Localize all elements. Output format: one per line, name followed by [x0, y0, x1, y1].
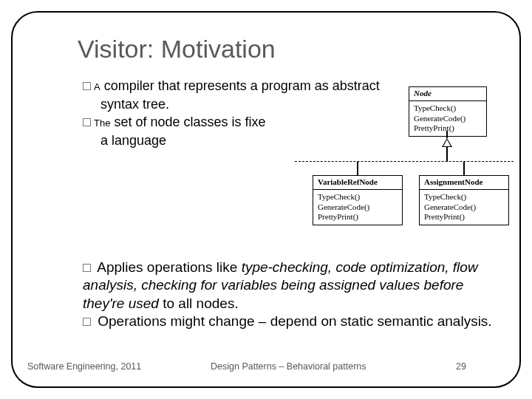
lower-bullets: Applies operations like type-checking, c… — [83, 259, 497, 330]
uml-class-ops: TypeCheck() GenerateCode() PrettyPrint() — [409, 101, 486, 136]
uml-class-ops: TypeCheck() GenerateCode() PrettyPrint() — [420, 190, 508, 225]
bullet-square-icon — [83, 318, 91, 326]
bullet-square-icon — [83, 264, 91, 272]
bullet-square-icon — [83, 82, 91, 90]
bullet-3-tail: to all nodes. — [159, 296, 239, 311]
bullet-4: Operations might change – depend on stat… — [83, 313, 497, 330]
bullet-3: Applies operations like type-checking, c… — [83, 259, 497, 313]
uml-op: GenerateCode() — [424, 202, 504, 213]
uml-op: GenerateCode() — [318, 202, 398, 213]
bullet-4-text: Operations might change – depend on stat… — [94, 313, 492, 329]
uml-class-name: AssignmentNode — [420, 176, 508, 190]
slide-title: Visitor: Motivation — [78, 35, 276, 64]
bullet-3-lead: Applies operations like — [94, 259, 242, 275]
slide-frame: Visitor: Motivation A compiler that repr… — [11, 11, 521, 388]
uml-class-ops: TypeCheck() GenerateCode() PrettyPrint() — [313, 190, 402, 225]
bullet-square-icon — [83, 118, 91, 126]
uml-class-name: VariableRefNode — [313, 176, 402, 190]
uml-class-assignment: AssignmentNode TypeCheck() GenerateCode(… — [419, 175, 509, 225]
bullet-1-lead: A — [94, 81, 100, 92]
uml-class-variableref: VariableRefNode TypeCheck() GenerateCode… — [313, 175, 403, 225]
uml-op: TypeCheck() — [424, 192, 504, 202]
footer-page-number: 29 — [456, 361, 466, 372]
uml-generalization-arrow — [442, 138, 452, 147]
bullet-2-rest: set of node classes is fixe — [110, 115, 265, 129]
uml-op: GenerateCode() — [414, 114, 482, 124]
uml-op: PrettyPrint() — [318, 212, 398, 222]
uml-diagram: Node TypeCheck() GenerateCode() PrettyPr… — [284, 86, 514, 242]
uml-op: TypeCheck() — [414, 103, 482, 114]
bullet-2-lead: The — [94, 117, 110, 129]
uml-class-name: Node — [409, 87, 486, 101]
uml-connector — [463, 162, 465, 175]
uml-op: PrettyPrint() — [424, 212, 504, 222]
uml-op: PrettyPrint() — [414, 123, 482, 134]
uml-connector — [446, 147, 448, 162]
uml-op: TypeCheck() — [318, 192, 398, 202]
footer-mid: Design Patterns – Behavioral patterns — [211, 361, 366, 372]
slide: Visitor: Motivation A compiler that repr… — [0, 0, 532, 399]
footer-left: Software Engineering, 2011 — [27, 361, 141, 372]
uml-connector — [357, 162, 358, 175]
uml-connector-dashed — [295, 161, 514, 162]
uml-connector — [446, 131, 448, 138]
uml-class-node: Node TypeCheck() GenerateCode() PrettyPr… — [409, 86, 487, 137]
